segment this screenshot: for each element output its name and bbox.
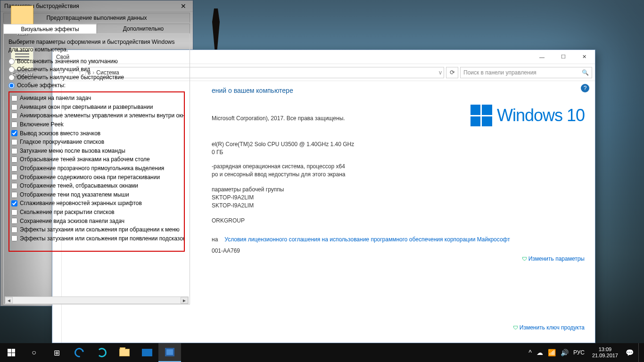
effect-label: Гладкое прокручивание списков [20,138,104,147]
effect-checkbox[interactable] [11,209,17,215]
effect-label: Отображение прозрачного прямоугольника в… [20,164,164,173]
touch-value: ро и сенсорный ввод недоступны для этого… [212,171,345,178]
maximize-button[interactable]: ☐ [553,50,574,64]
effect-item[interactable]: Отображение тени под указателем мыши [11,190,182,199]
effect-item[interactable]: Отображение теней, отбрасываемых окнами [11,181,182,190]
effect-checkbox[interactable] [11,130,17,136]
effect-checkbox[interactable] [11,139,17,145]
effect-item[interactable]: Вывод эскизов вместо значков [11,129,182,138]
scroll-left-icon[interactable]: ◄ [5,297,13,304]
app-button-2[interactable] [136,343,158,362]
workgroup-head: параметры рабочей группы [212,186,284,193]
refresh-button[interactable]: ⟳ [446,67,458,78]
effect-checkbox[interactable] [11,156,17,163]
radio-label: Обеспечить наилучшее быстродействие [17,74,124,81]
effect-checkbox[interactable] [11,148,17,154]
page-heading: ений о вашем компьютере [212,87,586,94]
effect-item[interactable]: Эффекты затухания или скольжения при поя… [11,234,182,243]
onedrive-icon[interactable]: ☁ [537,349,543,356]
tab-visual-effects[interactable]: Визуальные эффекты [3,24,97,34]
effect-label: Скольжение при раскрытии списков [20,208,115,217]
effect-checkbox[interactable] [11,200,17,206]
edge-icon [73,346,86,359]
help-icon[interactable]: ? [581,84,589,92]
radio-input[interactable] [8,82,15,89]
effect-checkbox[interactable] [11,104,17,110]
effect-checkbox[interactable] [11,227,17,233]
effect-item[interactable]: Отображение прозрачного прямоугольника в… [11,164,182,173]
language-indicator[interactable]: РУС [573,349,585,356]
effect-checkbox[interactable] [11,122,17,128]
effect-label: Сглаживание неровностей экранных шрифтов [20,199,142,208]
effect-checkbox[interactable] [11,165,17,172]
effect-item[interactable]: Анимация на панели задач [11,94,182,103]
volume-icon[interactable]: 🔊 [561,349,569,356]
radio-option[interactable]: Обеспечить наилучшее быстродействие [8,74,185,81]
explorer-button[interactable] [113,343,136,362]
effect-item[interactable]: Затухание меню после вызова команды [11,147,182,156]
radio-option[interactable]: Восстановить значения по умолчанию [8,58,185,65]
effect-label: Вывод эскизов вместо значков [20,129,100,138]
radio-option[interactable]: Обеспечить наилучший вид [8,66,185,73]
show-desktop-button[interactable] [638,343,641,362]
tab-description: Выберите параметры оформления и быстроде… [8,39,185,53]
effect-item[interactable]: Сохранение вида эскизов панели задач [11,217,182,226]
activation-status: на [212,236,218,243]
workgroup-value: ORKGROUP [212,217,245,224]
effect-checkbox[interactable] [11,95,17,101]
minimize-button[interactable]: ― [531,50,553,64]
radio-label: Обеспечить наилучший вид [17,66,90,73]
effect-item[interactable]: Анимированные элементы управления и элем… [11,111,182,120]
radio-input[interactable] [8,66,15,73]
network-icon[interactable]: 📶 [548,349,556,356]
effect-item[interactable]: Эффекты затухания или скольжения при обр… [11,225,182,234]
horizontal-scrollbar[interactable]: ◄ ► [5,296,189,304]
edge-button[interactable] [68,343,91,362]
radio-option[interactable]: Особые эффекты: [8,82,185,89]
effect-label: Отображение теней, отбрасываемых окнами [20,181,138,190]
tray-chevron-icon[interactable]: ^ [528,349,532,356]
close-button[interactable]: ✕ [574,50,595,64]
effect-checkbox[interactable] [11,235,17,241]
notifications-icon[interactable]: 💬 [626,349,634,356]
clock[interactable]: 13:09 21.09.2017 [589,346,621,359]
search-input[interactable]: Поиск в панели управления 🔍 [460,67,592,78]
effect-item[interactable]: Анимация окон при свертывании и разверты… [11,103,182,112]
change-params-link[interactable]: Изменить параметры [522,255,585,262]
effect-label: Эффекты затухания или скольжения при обр… [20,225,180,234]
effect-checkbox[interactable] [11,218,17,224]
arch-value: -разрядная операционная система, процесс… [212,163,345,170]
effect-label: Включение Peek [20,120,64,129]
effect-label: Отображение тени под указателем мыши [20,190,129,199]
effect-label: Затухание меню после вызова команды [20,147,125,156]
effect-checkbox[interactable] [11,113,17,119]
tab-advanced[interactable]: Дополнительно [97,24,190,33]
effect-item[interactable]: Отображение содержимого окна при перетас… [11,173,182,182]
close-button[interactable]: ✕ [174,0,193,11]
effect-checkbox[interactable] [11,183,17,189]
scroll-right-icon[interactable]: ► [181,297,188,304]
effect-item[interactable]: Сглаживание неровностей экранных шрифтов [11,199,182,208]
radio-input[interactable] [8,74,15,81]
effect-item[interactable]: Гладкое прокручивание списков [11,138,182,147]
system-tray: ^ ☁ 📶 🔊 РУС 13:09 21.09.2017 💬 [528,343,644,362]
effect-label: Анимация на панели задач [20,94,91,103]
effect-label: Сохранение вида эскизов панели задач [20,217,124,226]
effect-item[interactable]: Включение Peek [11,120,182,129]
system-button[interactable] [158,343,181,362]
effect-label: Отбрасывание теней значками на рабочем с… [20,155,150,164]
effect-label: Эффекты затухания или скольжения при поя… [20,234,185,243]
effect-checkbox[interactable] [11,192,17,198]
search-button[interactable]: ○ [23,343,45,362]
start-button[interactable] [0,343,23,362]
effect-item[interactable]: Скольжение при раскрытии списков [11,208,182,217]
app-button[interactable] [91,343,113,362]
taskview-button[interactable]: ⊞ [45,343,68,362]
effect-label: Анимация окон при свертывании и разверты… [20,103,153,112]
change-key-link[interactable]: Изменить ключ продукта [513,324,585,331]
windows10-logo: Windows 10 [471,105,585,126]
eula-link[interactable]: Условия лицензионного соглашения на испо… [224,236,510,243]
effect-item[interactable]: Отбрасывание теней значками на рабочем с… [11,155,182,164]
effect-checkbox[interactable] [11,174,17,180]
radio-input[interactable] [8,58,15,65]
